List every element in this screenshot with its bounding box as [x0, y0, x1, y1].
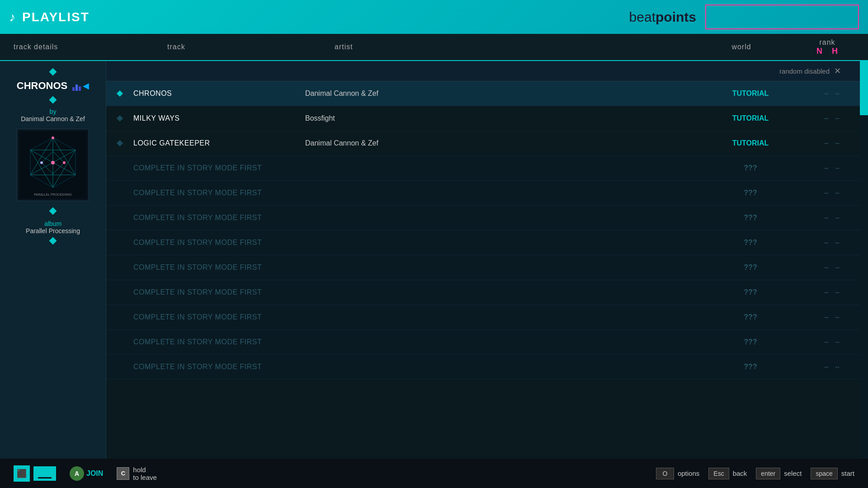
track-row-world: ??? — [705, 288, 796, 296]
track-row-rank: ---- — [796, 90, 868, 97]
col-header-track: track — [140, 43, 316, 51]
track-row-name: LOGIC GATEKEEPER — [133, 139, 305, 147]
track-row-world: ??? — [705, 263, 796, 272]
track-row-name: COMPLETE IN STORY MODE FIRST — [133, 313, 305, 321]
rank-n-value: -- — [824, 90, 828, 97]
track-row[interactable]: CHRONOSDanimal Cannon & ZefTUTORIAL---- — [106, 81, 868, 106]
diamond-top — [49, 68, 57, 76]
track-row[interactable]: COMPLETE IN STORY MODE FIRST???---- — [106, 355, 868, 380]
back-key[interactable]: Esc — [708, 468, 729, 479]
col-header-track-details: track details — [0, 43, 140, 51]
track-row[interactable]: COMPLETE IN STORY MODE FIRST???---- — [106, 305, 868, 330]
track-row[interactable]: COMPLETE IN STORY MODE FIRST???---- — [106, 230, 868, 255]
track-row[interactable]: COMPLETE IN STORY MODE FIRST???---- — [106, 330, 868, 355]
select-key[interactable]: enter — [756, 468, 780, 479]
random-icon: ✕ — [834, 66, 841, 76]
select-group: enter select — [756, 468, 802, 479]
start-key[interactable]: space — [811, 468, 837, 479]
beat-text: beat — [629, 9, 656, 24]
track-row[interactable]: MILKY WAYSBossfightTUTORIAL---- — [106, 106, 868, 131]
track-row-artist: Danimal Cannon & Zef — [305, 89, 705, 98]
track-row-indicator — [106, 91, 133, 96]
svg-point-13 — [51, 161, 55, 164]
select-label: select — [784, 469, 802, 477]
start-label: start — [841, 469, 854, 477]
track-name-row: CHRONOS ◀ — [17, 78, 89, 94]
col-header-artist: artist — [316, 43, 696, 51]
scrollbar-thumb[interactable] — [860, 61, 868, 115]
track-row[interactable]: COMPLETE IN STORY MODE FIRST???---- — [106, 206, 868, 230]
waveform-bar-3 — [79, 86, 81, 91]
footer-icons: ⬛ ▬▬▬ — [14, 465, 56, 482]
beatpoints-label: beatpoints — [629, 9, 696, 25]
random-bar: random disabled ✕ — [106, 61, 868, 81]
controller-icon: ⬛ — [17, 469, 27, 479]
track-row-world: TUTORIAL — [705, 114, 796, 122]
rank-n-value: -- — [824, 314, 828, 321]
options-label: options — [678, 469, 699, 477]
track-row-artist: Bossfight — [305, 114, 705, 122]
track-row-world: ??? — [705, 239, 796, 247]
track-row-world: ??? — [705, 313, 796, 321]
svg-point-12 — [52, 136, 54, 139]
footer-right: O options Esc back enter select space st… — [656, 468, 854, 479]
track-row-name: MILKY WAYS — [133, 114, 305, 122]
header-right: beatpoints — [629, 5, 859, 29]
keyboard-icon: ▬▬▬ — [38, 474, 52, 479]
header: ♪ PLAYLIST beatpoints — [0, 0, 868, 34]
rank-h-value: -- — [835, 90, 840, 97]
svg-point-15 — [40, 161, 43, 164]
track-row[interactable]: COMPLETE IN STORY MODE FIRST???---- — [106, 156, 868, 181]
rank-n-value: -- — [824, 289, 828, 296]
join-btn-circle: A — [70, 466, 84, 481]
track-row-world: ??? — [705, 164, 796, 172]
track-list-container: random disabled ✕ CHRONOSDanimal Cannon … — [106, 61, 868, 459]
unselected-diamond — [117, 115, 123, 122]
track-row[interactable]: COMPLETE IN STORY MODE FIRST???---- — [106, 280, 868, 305]
track-row-name: COMPLETE IN STORY MODE FIRST — [133, 288, 305, 296]
col-header-world: world — [696, 43, 787, 51]
track-row-world: TUTORIAL — [705, 89, 796, 98]
rank-h-value: -- — [835, 140, 840, 147]
track-row-rank: ---- — [796, 363, 868, 371]
keyboard-icon-box: ▬▬▬ — [33, 466, 56, 481]
album-art-svg: PARALLEL PROCESSING — [19, 131, 87, 199]
track-row-world: ??? — [705, 189, 796, 197]
track-row-indicator — [106, 141, 133, 145]
unselected-diamond — [117, 140, 123, 146]
rank-n-value: -- — [824, 140, 828, 147]
rank-n-value: -- — [824, 189, 828, 197]
track-row-name: CHRONOS — [133, 89, 305, 98]
rank-n: N — [816, 47, 823, 56]
join-label: JOIN — [86, 469, 103, 478]
track-row[interactable]: LOGIC GATEKEEPERDanimal Cannon & ZefTUTO… — [106, 131, 868, 156]
page-title: PLAYLIST — [22, 10, 90, 24]
track-row-name: COMPLETE IN STORY MODE FIRST — [133, 189, 305, 197]
points-display-box — [705, 5, 859, 29]
scrollbar-track[interactable] — [860, 61, 868, 459]
diamond-album — [49, 207, 57, 215]
track-row-rank: ---- — [796, 314, 868, 321]
track-list: CHRONOSDanimal Cannon & ZefTUTORIAL----M… — [106, 81, 868, 459]
selected-diamond — [117, 90, 123, 97]
track-row-artist: Danimal Cannon & Zef — [305, 139, 705, 147]
waveform-icon: ◀ — [72, 81, 89, 91]
hold-label: hold to leave — [133, 466, 157, 481]
track-row-rank: ---- — [796, 140, 868, 147]
track-row-name: COMPLETE IN STORY MODE FIRST — [133, 214, 305, 222]
artist-name: Danimal Cannon & Zef — [21, 115, 85, 122]
points-text: points — [656, 9, 696, 24]
track-row[interactable]: COMPLETE IN STORY MODE FIRST???---- — [106, 181, 868, 206]
rank-n-value: -- — [824, 264, 828, 271]
rank-nh: N H — [816, 47, 838, 56]
track-row[interactable]: COMPLETE IN STORY MODE FIRST???---- — [106, 255, 868, 280]
options-group: O options — [656, 468, 699, 479]
start-group: space start — [811, 468, 854, 479]
rank-n-value: -- — [824, 338, 828, 346]
track-row-world: TUTORIAL — [705, 139, 796, 147]
random-label: random disabled — [779, 67, 830, 75]
track-row-world: ??? — [705, 338, 796, 346]
hold-key-btn: C — [117, 467, 129, 480]
options-key[interactable]: O — [656, 468, 674, 479]
rank-h-value: -- — [835, 239, 840, 246]
